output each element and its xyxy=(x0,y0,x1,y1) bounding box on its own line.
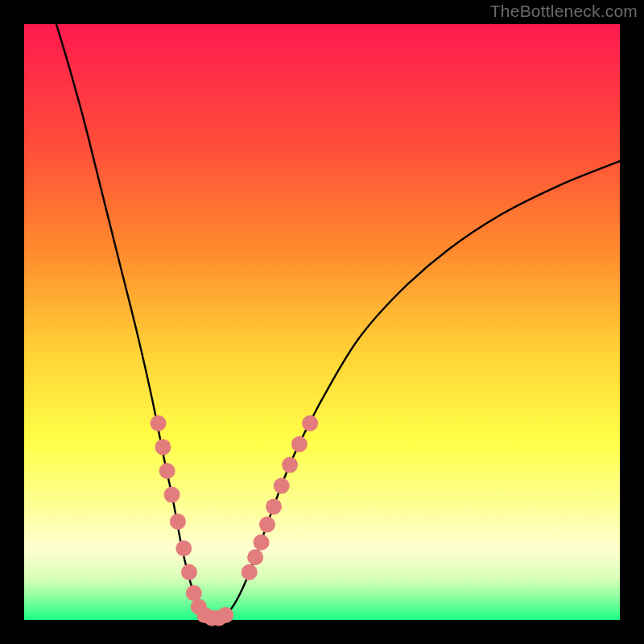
data-marker xyxy=(175,540,192,556)
data-marker xyxy=(291,436,308,452)
chart-container: TheBottleneck.com xyxy=(0,0,644,644)
data-marker xyxy=(217,607,233,623)
data-marker xyxy=(247,549,263,565)
data-marker xyxy=(151,415,167,431)
chart-svg xyxy=(0,0,644,644)
watermark-text: TheBottleneck.com xyxy=(490,2,638,21)
data-marker xyxy=(266,498,282,514)
data-marker xyxy=(155,439,171,455)
plot-background xyxy=(24,24,620,620)
data-marker xyxy=(159,463,175,479)
data-marker xyxy=(181,564,197,580)
data-marker xyxy=(164,487,180,503)
data-marker xyxy=(302,415,318,431)
data-marker xyxy=(254,535,270,551)
data-marker xyxy=(282,457,298,473)
data-marker xyxy=(259,517,275,533)
data-marker xyxy=(274,478,290,494)
data-marker xyxy=(170,514,186,530)
data-marker xyxy=(186,585,202,601)
data-marker xyxy=(242,564,258,580)
